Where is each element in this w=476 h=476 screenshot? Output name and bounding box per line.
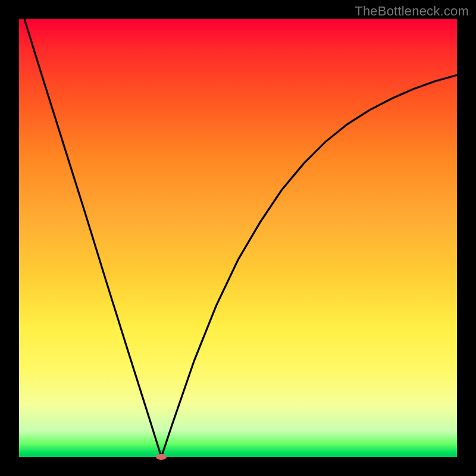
minimum-marker bbox=[156, 454, 167, 460]
watermark-text: TheBottleneck.com bbox=[355, 4, 469, 19]
bottleneck-curve bbox=[19, 19, 457, 457]
plot-area bbox=[19, 19, 457, 457]
chart-frame: TheBottleneck.com bbox=[0, 0, 476, 476]
